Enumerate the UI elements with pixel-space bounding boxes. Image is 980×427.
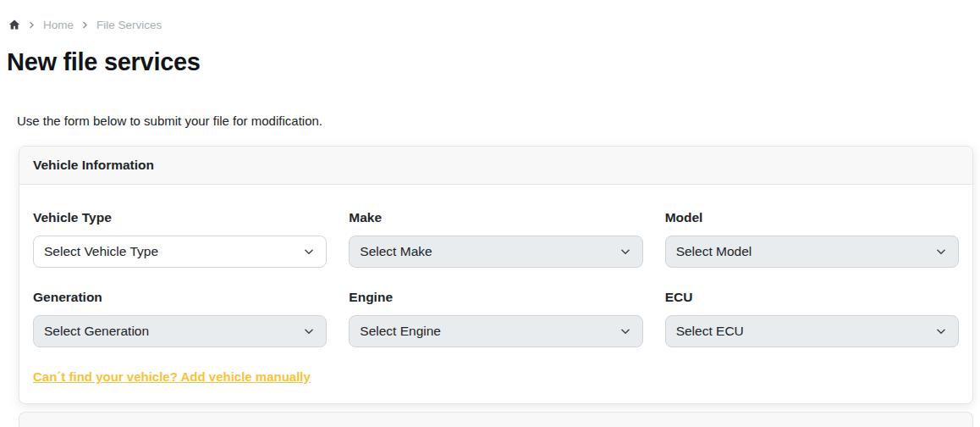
page-title: New file services (7, 46, 973, 78)
engine-select-value: Select Engine (360, 324, 441, 339)
ecu-select[interactable]: Select ECU (665, 315, 959, 347)
card-title: Vehicle Information (33, 158, 154, 172)
ecu-label: ECU (665, 290, 959, 305)
vehicle-information-card: Vehicle Information Vehicle Type Select … (19, 146, 973, 404)
field-make: Make Select Make (349, 210, 642, 268)
field-generation: Generation Select Generation (33, 290, 327, 347)
engine-label: Engine (349, 290, 642, 305)
add-vehicle-manually-link[interactable]: Can´t find your vehicle? Add vehicle man… (33, 369, 311, 384)
engine-select[interactable]: Select Engine (349, 315, 642, 347)
breadcrumb-link-home[interactable]: Home (43, 19, 74, 31)
intro-text: Use the form below to submit your file f… (17, 114, 973, 128)
make-label: Make (349, 210, 642, 225)
vehicle-form-grid: Vehicle Type Select Vehicle Type Make Se… (33, 210, 959, 347)
field-engine: Engine Select Engine (349, 290, 642, 347)
make-select-value: Select Make (360, 244, 432, 259)
chevron-down-icon (303, 246, 315, 258)
vehicle-type-select[interactable]: Select Vehicle Type (33, 236, 327, 268)
chevron-down-icon (303, 325, 315, 337)
model-select-value: Select Model (676, 244, 752, 259)
card-header: Vehicle Information (19, 147, 972, 185)
home-icon[interactable] (8, 19, 20, 30)
generation-select-value: Select Generation (44, 324, 149, 339)
field-vehicle-type: Vehicle Type Select Vehicle Type (33, 210, 327, 268)
model-select[interactable]: Select Model (665, 236, 959, 268)
vehicle-type-label: Vehicle Type (33, 210, 327, 225)
ecu-select-value: Select ECU (676, 324, 744, 339)
breadcrumb-link-file-services[interactable]: File Services (96, 19, 162, 31)
vehicle-type-select-value: Select Vehicle Type (44, 244, 158, 259)
model-label: Model (665, 210, 959, 225)
generation-label: Generation (33, 290, 327, 305)
next-card-partial (19, 412, 973, 427)
breadcrumb: Home File Services (8, 18, 973, 31)
chevron-down-icon (935, 325, 947, 337)
card-body: Vehicle Type Select Vehicle Type Make Se… (19, 185, 972, 403)
chevron-down-icon (619, 325, 631, 337)
field-ecu: ECU Select ECU (665, 290, 959, 347)
chevron-down-icon (935, 246, 947, 258)
generation-select[interactable]: Select Generation (33, 315, 327, 347)
chevron-right-icon (81, 21, 89, 29)
chevron-right-icon (28, 21, 36, 29)
make-select[interactable]: Select Make (349, 236, 642, 268)
page: Home File Services New file services Use… (0, 0, 980, 427)
field-model: Model Select Model (665, 210, 959, 268)
chevron-down-icon (619, 246, 631, 258)
